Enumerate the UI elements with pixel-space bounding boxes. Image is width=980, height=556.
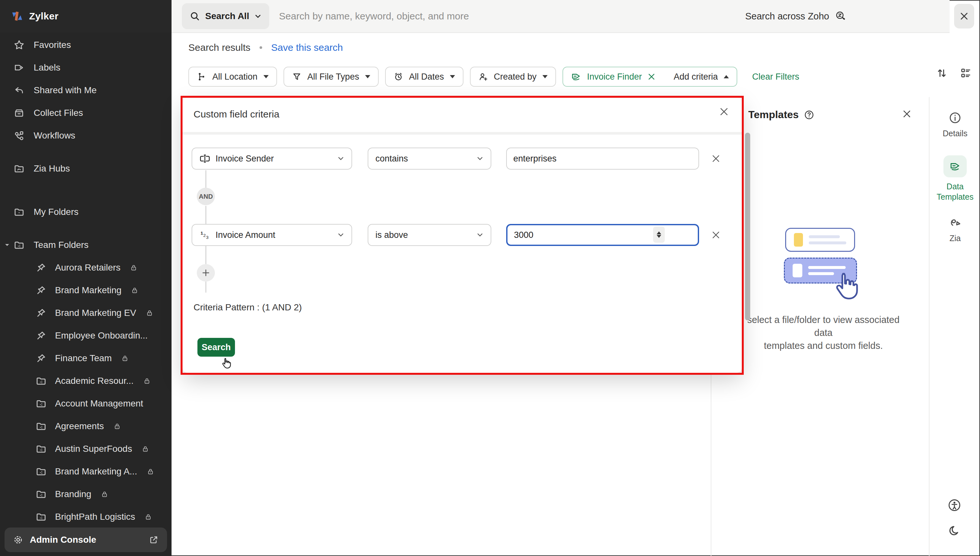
chevron-down-icon	[476, 231, 484, 239]
group-view-icon[interactable]	[960, 67, 972, 79]
sidebar-item-favorites[interactable]: Favorites	[0, 34, 171, 56]
hand-cursor-illustration	[832, 271, 860, 304]
admin-console-button[interactable]: Admin Console	[5, 527, 167, 552]
save-this-search-link[interactable]: Save this search	[271, 42, 343, 53]
sidebar-item-team-folder[interactable]: Brand Marketing A...	[0, 460, 171, 483]
sidebar-item-collect-files[interactable]: Collect Files	[0, 102, 171, 124]
operator-dropdown[interactable]: contains	[368, 147, 491, 170]
sidebar-item-label: My Folders	[34, 207, 78, 217]
folder-icon	[36, 398, 47, 409]
field-value: Invoice Sender	[216, 154, 274, 164]
add-criteria-label[interactable]: Add criteria	[673, 72, 718, 82]
sidebar-item-team-folder[interactable]: Academic Resour...	[0, 370, 171, 392]
accessibility-button[interactable]	[948, 498, 961, 512]
filter-all-dates[interactable]: All Dates	[385, 67, 463, 87]
sidebar-item-team-folder[interactable]: BrightPath Logistics	[0, 506, 171, 528]
help-icon[interactable]	[804, 110, 814, 120]
search-scope-dropdown[interactable]: Search All	[182, 3, 269, 29]
and-operator-badge: AND	[197, 188, 215, 205]
lock-icon	[114, 422, 121, 430]
field-dropdown[interactable]: Invoice Sender	[192, 147, 352, 170]
sidebar-item-workflows[interactable]: Workflows	[0, 124, 171, 147]
sidebar-item-label: Brand Marketing EV	[55, 308, 136, 318]
clear-filters-link[interactable]: Clear Filters	[752, 72, 799, 82]
operator-value: is above	[375, 230, 408, 240]
sidebar-item-zia-hubs[interactable]: Zia Hubs	[0, 157, 171, 180]
lock-icon	[131, 286, 138, 294]
folder-icon	[36, 375, 47, 386]
chevron-down-icon	[254, 13, 262, 20]
sidebar-item-team-folder[interactable]: Austin SuperFoods	[0, 438, 171, 460]
chevron-down-icon[interactable]	[5, 242, 10, 247]
connector-line	[205, 170, 207, 188]
sidebar-item-team-folder[interactable]: Brand Marketing EV	[0, 302, 171, 324]
sidebar-item-label: Finance Team	[55, 353, 111, 364]
results-title: Search results	[188, 42, 250, 53]
sidebar-item-label: Brand Marketing A...	[55, 466, 137, 477]
lock-icon	[146, 309, 153, 317]
lock-icon	[121, 354, 129, 362]
sidebar-item-label: Branding	[55, 489, 91, 499]
chevron-down-icon	[263, 75, 269, 78]
external-link-icon	[149, 535, 158, 545]
sort-icon[interactable]	[936, 67, 948, 79]
operator-dropdown[interactable]: is above	[368, 224, 491, 246]
filter-invoice-finder[interactable]: Invoice Finder Add criteria	[562, 67, 737, 87]
lock-icon	[147, 468, 154, 475]
illustration-thumb	[793, 264, 802, 277]
team-folder-icon	[14, 239, 24, 251]
filter-all-location[interactable]: All Location	[188, 67, 277, 87]
rail-tab-zia[interactable]: Zia	[930, 213, 980, 243]
sidebar-item-team-folder[interactable]: Aurora Retailers	[0, 256, 171, 279]
close-criteria-panel-button[interactable]	[719, 107, 729, 116]
remove-criteria-row-button[interactable]	[710, 153, 722, 165]
criteria-value-input[interactable]	[506, 147, 699, 170]
illustration-thumb	[794, 233, 803, 247]
folder-icon	[36, 466, 47, 477]
sidebar-item-team-folder[interactable]: Employee Onboardin...	[0, 324, 171, 347]
filter-created-by[interactable]: Created by	[470, 67, 556, 87]
templates-caption: select a file/folder to view associated …	[744, 313, 903, 352]
rail-tab-data-templates[interactable]: DataTemplates	[930, 155, 980, 202]
close-icon	[903, 109, 911, 118]
scrollbar-thumb[interactable]	[745, 133, 750, 320]
sidebar-item-team-folder[interactable]: Finance Team	[0, 347, 171, 370]
remove-criteria-row-button[interactable]	[710, 229, 722, 241]
sidebar-item-team-folder[interactable]: Branding	[0, 483, 171, 506]
field-dropdown[interactable]: 123 Invoice Amount	[192, 224, 352, 246]
filter-label: All Dates	[409, 72, 444, 82]
sidebar-item-team-folders[interactable]: Team Folders	[0, 234, 171, 256]
sidebar-item-my-folders[interactable]: My Folders	[0, 200, 171, 223]
sidebar-item-label: Collect Files	[34, 108, 83, 118]
rail-tab-details[interactable]: Details	[930, 112, 980, 139]
chevron-down-icon	[337, 231, 344, 239]
number-stepper[interactable]	[653, 226, 665, 243]
lock-icon	[130, 264, 137, 272]
add-criteria-row-button[interactable]	[197, 264, 215, 281]
filter-all-file-types[interactable]: All File Types	[284, 67, 379, 87]
close-templates-button[interactable]	[903, 109, 911, 118]
sidebar-item-labels[interactable]: Labels	[0, 56, 171, 79]
dark-mode-button[interactable]	[948, 524, 961, 537]
brand[interactable]: Zylker	[0, 0, 171, 32]
svg-text:3: 3	[206, 235, 209, 240]
sidebar-item-team-folder[interactable]: Agreements	[0, 415, 171, 438]
sidebar-item-label: Brand Marketing	[55, 285, 121, 296]
close-icon	[711, 230, 720, 239]
search-across-zoho-button[interactable]: Search across Zoho	[745, 0, 846, 32]
star-icon	[14, 39, 24, 50]
sidebar-item-shared-with-me[interactable]: Shared with Me	[0, 79, 171, 102]
search-scope-label: Search All	[205, 11, 249, 21]
sidebar-item-team-folder[interactable]: Account Management	[0, 392, 171, 415]
connector-line	[205, 246, 207, 264]
sidebar-item-team-folder[interactable]: Brand Marketing	[0, 279, 171, 302]
search-input[interactable]: Search by name, keyword, object, and mor…	[279, 0, 469, 32]
folder-icon	[36, 421, 47, 432]
close-search-button[interactable]	[954, 4, 974, 29]
connector-line	[205, 281, 207, 293]
remove-filter-icon[interactable]	[647, 73, 655, 81]
criteria-value-number-input[interactable]	[506, 224, 699, 246]
chevron-down-icon	[450, 75, 455, 78]
search-button[interactable]: Search	[197, 338, 235, 357]
plus-icon	[202, 269, 210, 277]
